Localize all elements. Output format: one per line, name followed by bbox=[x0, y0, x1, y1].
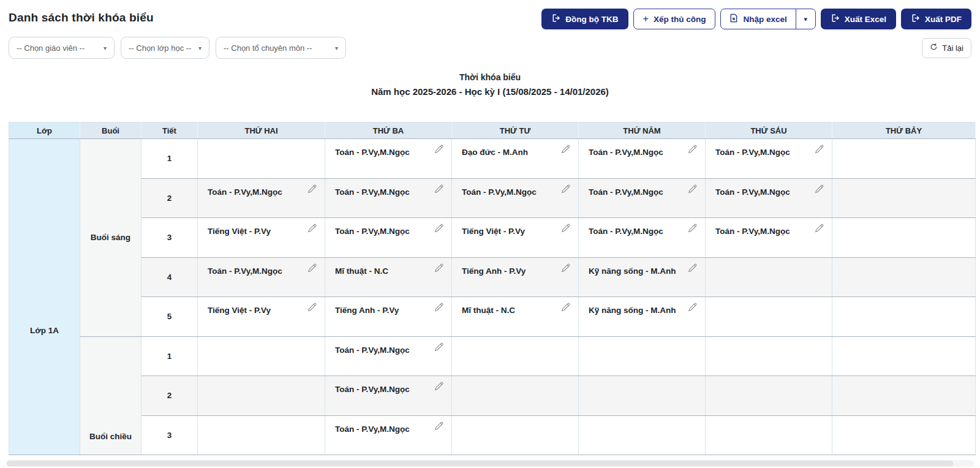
edit-pencil-icon[interactable] bbox=[561, 145, 570, 156]
subject-label: Tiếng Anh - P.Vy bbox=[335, 306, 399, 316]
edit-pencil-icon[interactable] bbox=[815, 184, 824, 195]
subject-cell bbox=[198, 376, 325, 416]
subject-label: Toán - P.Vy,M.Ngọc bbox=[208, 187, 282, 198]
column-header: Buổi bbox=[80, 123, 141, 139]
column-header: Tiết bbox=[141, 123, 198, 139]
period-number-cell: 3 bbox=[141, 218, 198, 258]
edit-pencil-icon[interactable] bbox=[434, 303, 443, 314]
subject-cell bbox=[452, 415, 579, 455]
edit-pencil-icon[interactable] bbox=[434, 224, 443, 235]
class-select[interactable]: -- Chọn lớp học -- ▾ bbox=[121, 37, 209, 59]
subject-cell: Toán - P.Vy,M.Ngọc bbox=[198, 257, 325, 297]
edit-pencil-icon[interactable] bbox=[434, 421, 443, 432]
timetable-row: 4Toán - P.Vy,M.NgọcMĩ thuật - N.CTiếng A… bbox=[9, 257, 976, 297]
edit-pencil-icon[interactable] bbox=[688, 263, 697, 274]
edit-pencil-icon[interactable] bbox=[434, 145, 443, 156]
subject-cell bbox=[832, 257, 976, 297]
subject-cell: Tiếng Việt - P.Vy bbox=[452, 218, 579, 258]
subject-label: Toán - P.Vy,M.Ngọc bbox=[208, 266, 282, 277]
subject-cell bbox=[198, 139, 325, 179]
timetable-row: Buổi chiều1Toán - P.Vy,M.Ngọc bbox=[9, 336, 976, 376]
import-excel-caret-button[interactable]: ▾ bbox=[796, 9, 815, 29]
edit-pencil-icon[interactable] bbox=[307, 224, 317, 235]
export-arrow-icon bbox=[831, 13, 840, 25]
subject-label: Mĩ thuật - N.C bbox=[335, 266, 388, 277]
period-number-cell: 5 bbox=[141, 297, 198, 337]
edit-pencil-icon[interactable] bbox=[688, 303, 697, 314]
period-number-cell: 2 bbox=[141, 376, 198, 416]
horizontal-scrollbar-track[interactable] bbox=[6, 460, 974, 467]
sync-tkb-button[interactable]: Đồng bộ TKB bbox=[541, 9, 628, 29]
subject-cell bbox=[579, 415, 706, 455]
subject-cell bbox=[198, 415, 325, 455]
filter-bar: -- Chọn giáo viên -- ▾ -- Chọn lớp học -… bbox=[0, 29, 980, 59]
reload-label: Tải lại bbox=[942, 43, 963, 53]
subject-cell: Toán - P.Vy,M.Ngọc bbox=[198, 178, 325, 218]
edit-pencil-icon[interactable] bbox=[815, 224, 824, 235]
edit-pencil-icon[interactable] bbox=[688, 184, 697, 195]
import-excel-split-button: Nhập excel ▾ bbox=[720, 9, 815, 29]
export-pdf-button[interactable]: Xuất PDF bbox=[901, 9, 971, 29]
toolbar: Đồng bộ TKB + Xếp thủ công Nhập excel ▾ … bbox=[541, 9, 971, 29]
edit-pencil-icon[interactable] bbox=[561, 224, 570, 235]
subject-cell bbox=[452, 336, 579, 376]
import-excel-button[interactable]: Nhập excel bbox=[721, 9, 795, 29]
manual-arrange-button[interactable]: + Xếp thủ công bbox=[633, 9, 716, 29]
timetable-row: 5Tiếng Việt - P.VyTiếng Anh - P.VyMĩ thu… bbox=[9, 297, 976, 337]
subject-cell: Toán - P.Vy,M.Ngọc bbox=[325, 336, 452, 376]
subject-cell: Kỹ năng sống - M.Anh bbox=[579, 257, 706, 297]
edit-pencil-icon[interactable] bbox=[561, 184, 570, 195]
subject-label: Toán - P.Vy,M.Ngọc bbox=[715, 148, 790, 158]
subject-label: Toán - P.Vy,M.Ngọc bbox=[462, 187, 537, 198]
subject-label: Toán - P.Vy,M.Ngọc bbox=[335, 227, 410, 237]
caret-down-icon: ▾ bbox=[804, 15, 807, 23]
caret-down-icon: ▾ bbox=[104, 45, 107, 51]
edit-pencil-icon[interactable] bbox=[434, 184, 443, 195]
edit-pencil-icon[interactable] bbox=[434, 263, 443, 274]
subject-cell bbox=[706, 257, 832, 297]
edit-pencil-icon[interactable] bbox=[307, 303, 317, 314]
subject-cell bbox=[706, 297, 832, 337]
export-excel-label: Xuất Excel bbox=[845, 15, 886, 24]
period-number-cell: 3 bbox=[141, 415, 198, 455]
subject-label: Toán - P.Vy,M.Ngọc bbox=[335, 148, 410, 158]
export-excel-button[interactable]: Xuất Excel bbox=[821, 9, 896, 29]
timetable-row: 2Toán - P.Vy,M.NgọcToán - P.Vy,M.NgọcToá… bbox=[9, 178, 976, 218]
edit-pencil-icon[interactable] bbox=[434, 382, 443, 393]
subject-cell: Toán - P.Vy,M.Ngọc bbox=[325, 376, 452, 416]
export-arrow-icon bbox=[551, 13, 560, 25]
class-select-value: -- Chọn lớp học -- bbox=[129, 43, 191, 53]
column-header: THỨ BẢY bbox=[832, 123, 976, 139]
subject-cell bbox=[832, 178, 976, 218]
edit-pencil-icon[interactable] bbox=[307, 184, 317, 195]
timetable-title: Thời khóa biểu bbox=[0, 72, 980, 82]
subject-cell: Tiếng Việt - P.Vy bbox=[198, 297, 325, 337]
subject-cell bbox=[579, 336, 706, 376]
edit-pencil-icon[interactable] bbox=[307, 263, 317, 274]
column-header: THỨ NĂM bbox=[579, 123, 706, 139]
subject-label: Kỹ năng sống - M.Anh bbox=[589, 306, 676, 316]
subject-cell: Toán - P.Vy,M.Ngọc bbox=[325, 218, 452, 258]
edit-pencil-icon[interactable] bbox=[688, 145, 697, 156]
edit-pencil-icon[interactable] bbox=[688, 224, 697, 235]
subject-cell: Đạo đức - M.Anh bbox=[452, 139, 579, 179]
subject-cell: Tiếng Anh - P.Vy bbox=[452, 257, 579, 297]
class-name-cell: Lớp 1A bbox=[9, 139, 80, 455]
edit-pencil-icon[interactable] bbox=[815, 145, 824, 156]
timetable-header: LớpBuổiTiếtTHỨ HAITHỨ BATHỨ TƯTHỨ NĂMTHỨ… bbox=[9, 123, 976, 139]
horizontal-scrollbar-thumb[interactable] bbox=[7, 461, 953, 466]
subject-label: Toán - P.Vy,M.Ngọc bbox=[715, 187, 790, 198]
timetable-row: Lớp 1ABuổi sáng1Toán - P.Vy,M.NgọcĐạo đứ… bbox=[9, 139, 976, 179]
edit-pencil-icon[interactable] bbox=[434, 342, 443, 353]
subject-cell: Toán - P.Vy,M.Ngọc bbox=[325, 139, 452, 179]
department-select[interactable]: -- Chọn tổ chuyên môn -- ▾ bbox=[216, 37, 346, 59]
teacher-select[interactable]: -- Chọn giáo viên -- ▾ bbox=[9, 37, 115, 59]
subject-cell bbox=[832, 139, 976, 179]
edit-pencil-icon[interactable] bbox=[561, 263, 570, 274]
reload-button[interactable]: Tải lại bbox=[922, 38, 971, 58]
sync-tkb-label: Đồng bộ TKB bbox=[565, 15, 618, 24]
timetable-heading: Thời khóa biểu Năm học 2025-2026 - Học k… bbox=[0, 72, 980, 97]
session-cell: Buổi sáng bbox=[80, 139, 141, 337]
edit-pencil-icon[interactable] bbox=[561, 303, 570, 314]
subject-label: Đạo đức - M.Anh bbox=[462, 148, 528, 158]
